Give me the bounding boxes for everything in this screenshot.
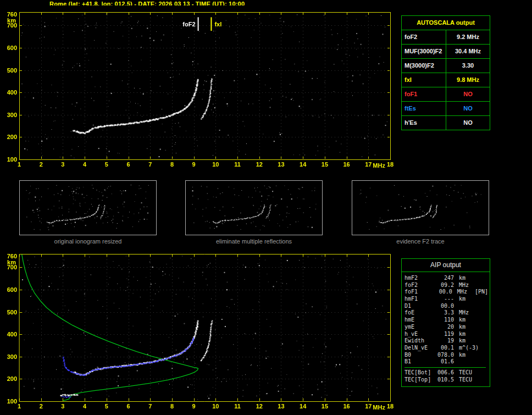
aip-parameter-name: Ewidth: [404, 337, 435, 345]
autoscala-row: ftEsNO: [402, 101, 490, 115]
aip-parameter-unit: MHz: [459, 282, 469, 289]
autoscala-table-title: AUTOSCALA output: [402, 16, 490, 30]
aip-row: B101.6: [404, 358, 488, 366]
aip-parameter-unit: m^(-3): [459, 345, 479, 352]
aip-parameter-value: 010.5: [435, 377, 454, 384]
aip-parameter-name: D1: [404, 303, 435, 310]
aip-parameter-value: 247: [435, 275, 454, 282]
aip-parameter-name: hmF2: [404, 275, 435, 282]
mini-ionogram-filtered-canvas: [186, 181, 322, 235]
aip-row: foF209.2MHz: [404, 282, 488, 289]
aip-parameter-value: 3.3: [435, 309, 454, 317]
aip-parameter-name: hmF1: [404, 296, 435, 303]
aip-row: foF100.0MHz[PN]: [404, 289, 488, 296]
aip-row: TEC[Bot]006.6TECU: [404, 369, 488, 377]
aip-parameter-name: B1: [404, 358, 435, 366]
autoscala-body: foF29.2 MHzMUF(3000)F230.4 MHzM(3000)F23…: [402, 30, 490, 130]
autoscala-output-table: AUTOSCALA output foF29.2 MHzMUF(3000)F23…: [401, 15, 490, 130]
aip-row: B0078.0km: [404, 352, 488, 359]
aip-parameter-unit: km: [459, 352, 465, 359]
mini-caption-evidence: evidence F2 trace: [352, 238, 489, 245]
autoscala-parameter-value: NO: [446, 116, 490, 130]
autoscala-row: foF29.2 MHz: [402, 30, 490, 44]
aip-parameter-value: 006.6: [435, 369, 454, 377]
aip-body: hmF2247kmfoF209.2MHzfoF100.0MHz[PN]hmF1-…: [402, 272, 490, 384]
autoscala-parameter-value: 3.30: [446, 59, 490, 73]
aip-row: DelN_vE00.1m^(-3): [404, 345, 488, 352]
aip-parameter-name: TEC[Top]: [404, 377, 435, 384]
aip-parameter-unit: MHz: [457, 289, 467, 296]
autoscala-row: M(3000)F23.30: [402, 58, 490, 73]
autoscala-parameter-value: NO: [446, 87, 490, 101]
aip-row: hmE110km: [404, 317, 488, 324]
aip-parameter-name: foE: [404, 309, 435, 317]
aip-parameter-flag: [PN]: [475, 289, 488, 296]
aip-parameter-value: 078.0: [435, 352, 454, 359]
aip-parameter-unit: TECU: [459, 377, 472, 384]
autoscala-parameter-label: h'Es: [402, 116, 446, 130]
autoscala-parameter-label: MUF(3000)F2: [402, 45, 446, 58]
aip-row: h_vE119km: [404, 331, 488, 338]
aip-row: ymE20km: [404, 324, 488, 331]
autoscala-parameter-value: NO: [446, 102, 490, 115]
aip-parameter-name: hmE: [404, 317, 435, 324]
autoscala-parameter-label: ftEs: [402, 102, 446, 115]
mini-panel-original: [19, 180, 157, 235]
aip-parameter-value: 01.6: [435, 358, 454, 366]
aip-parameter-value: 00.0: [434, 289, 452, 296]
autoscala-parameter-value: 9.2 MHz: [446, 30, 490, 44]
aip-parameter-value: 119: [435, 331, 454, 338]
aip-parameter-unit: km: [459, 324, 465, 331]
aip-parameter-value: 20: [435, 324, 454, 331]
aip-parameter-unit: km: [459, 331, 465, 338]
aip-parameter-value: 00.0: [435, 303, 454, 310]
bottom-ionogram-canvas: [0, 248, 400, 415]
autoscala-row: fxI9.8 MHz: [402, 73, 490, 87]
autoscala-parameter-label: foF1: [402, 87, 446, 101]
aip-parameter-name: TEC[Bot]: [404, 369, 435, 377]
mini-ionogram-original-canvas: [20, 181, 156, 235]
autoscala-parameter-label: foF2: [402, 30, 446, 44]
aip-output-table: AIP output hmF2247kmfoF209.2MHzfoF100.0M…: [401, 258, 490, 387]
aip-parameter-value: ---: [435, 296, 454, 303]
aip-row: TEC[Top]010.5TECU: [404, 377, 488, 384]
autoscala-app-window: Rome (lat: +41.8, lon: 012.5) - DATE: 20…: [0, 0, 532, 415]
mini-ionogram-evidence-canvas: [352, 181, 489, 235]
autoscala-row: MUF(3000)F230.4 MHz: [402, 44, 490, 58]
mini-panel-filtered: [185, 180, 323, 235]
aip-parameter-name: foF2: [404, 282, 435, 289]
autoscala-parameter-label: fxI: [402, 73, 446, 87]
aip-table-title: AIP output: [402, 259, 490, 272]
mini-caption-filtered: eliminate multiple reflections: [185, 238, 323, 245]
aip-row: foE3.3MHz: [404, 309, 488, 317]
aip-parameter-unit: km: [459, 317, 465, 324]
aip-parameter-name: h_vE: [404, 331, 435, 338]
aip-parameter-unit: km: [459, 337, 465, 345]
mini-panel-evidence: [352, 180, 489, 235]
aip-parameter-name: B0: [404, 352, 435, 359]
aip-parameter-value: 00.1: [435, 345, 454, 352]
aip-parameter-unit: km: [459, 296, 465, 303]
aip-parameter-unit: km: [459, 275, 465, 282]
aip-parameter-value: 110: [435, 317, 454, 324]
autoscala-row: h'EsNO: [402, 115, 490, 130]
aip-row: Ewidth19km: [404, 337, 488, 345]
mini-caption-original: original ionogram resized: [19, 238, 157, 245]
autoscala-parameter-value: 30.4 MHz: [446, 45, 490, 58]
aip-parameter-value: 09.2: [435, 282, 454, 289]
aip-parameter-name: foF1: [404, 289, 434, 296]
autoscala-row: foF1NO: [402, 87, 490, 101]
aip-parameter-name: ymE: [404, 324, 435, 331]
aip-row: hmF1---km: [404, 296, 488, 303]
aip-row: D100.0: [404, 303, 488, 310]
autoscala-parameter-value: 9.8 MHz: [446, 73, 490, 87]
autoscala-parameter-label: M(3000)F2: [402, 59, 446, 73]
aip-parameter-unit: TECU: [459, 369, 472, 377]
top-ionogram-canvas: [0, 5, 400, 177]
aip-parameter-name: DelN_vE: [404, 345, 435, 352]
aip-row: hmF2247km: [404, 275, 488, 282]
aip-parameter-value: 19: [435, 337, 454, 345]
tec-separator: [404, 367, 486, 368]
aip-parameter-unit: MHz: [459, 309, 469, 317]
